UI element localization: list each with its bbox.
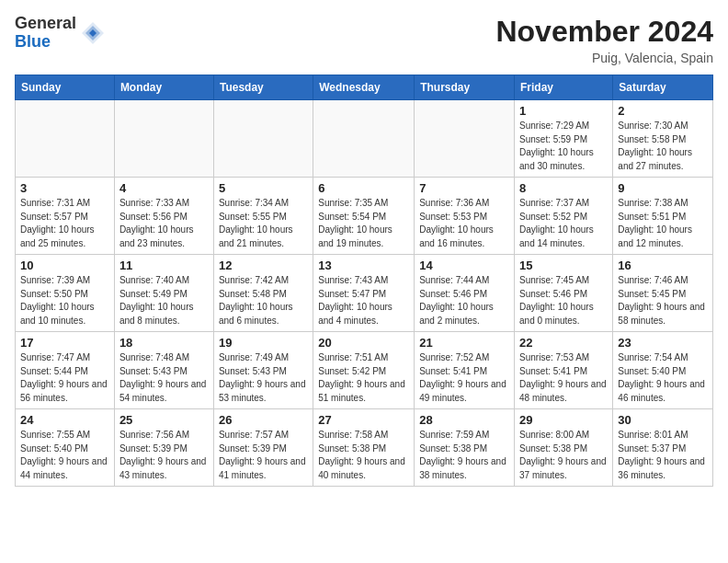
calendar-cell: 29Sunrise: 8:00 AMSunset: 5:38 PMDayligh… (515, 409, 613, 487)
day-number: 13 (318, 259, 409, 272)
day-number: 26 (219, 413, 308, 427)
calendar-cell: 24Sunrise: 7:55 AMSunset: 5:40 PMDayligh… (16, 409, 115, 487)
calendar-cell: 14Sunrise: 7:44 AMSunset: 5:46 PMDayligh… (415, 255, 515, 332)
day-number: 25 (119, 413, 209, 427)
logo-blue-text: Blue (15, 33, 76, 52)
day-header-wednesday: Wednesday (313, 75, 415, 100)
day-info: Sunrise: 7:58 AMSunset: 5:38 PMDaylight:… (318, 429, 409, 482)
day-info: Sunrise: 7:51 AMSunset: 5:42 PMDaylight:… (318, 351, 409, 405)
day-header-friday: Friday (515, 75, 613, 100)
day-header-saturday: Saturday (613, 75, 713, 100)
calendar-cell (415, 100, 515, 178)
day-info: Sunrise: 7:55 AMSunset: 5:40 PMDaylight:… (20, 429, 109, 482)
location: Puig, Valencia, Spain (495, 51, 713, 65)
day-info: Sunrise: 7:31 AMSunset: 5:57 PMDaylight:… (20, 197, 109, 250)
day-number: 10 (20, 259, 109, 272)
calendar-cell: 2Sunrise: 7:30 AMSunset: 5:58 PMDaylight… (613, 100, 713, 178)
calendar-cell: 25Sunrise: 7:56 AMSunset: 5:39 PMDayligh… (114, 409, 213, 487)
day-number: 30 (618, 413, 708, 427)
day-header-thursday: Thursday (415, 75, 515, 100)
day-info: Sunrise: 7:46 AMSunset: 5:45 PMDaylight:… (618, 274, 708, 327)
calendar-week-3: 10Sunrise: 7:39 AMSunset: 5:50 PMDayligh… (16, 255, 713, 332)
day-number: 23 (618, 336, 708, 350)
month-title: November 2024 (495, 15, 713, 49)
day-number: 14 (419, 259, 509, 272)
day-info: Sunrise: 7:57 AMSunset: 5:39 PMDaylight:… (219, 429, 308, 482)
day-info: Sunrise: 7:52 AMSunset: 5:41 PMDaylight:… (419, 351, 509, 405)
day-number: 29 (519, 413, 608, 427)
calendar-cell: 11Sunrise: 7:40 AMSunset: 5:49 PMDayligh… (114, 255, 213, 332)
calendar-table: SundayMondayTuesdayWednesdayThursdayFrid… (15, 75, 713, 487)
calendar-cell: 30Sunrise: 8:01 AMSunset: 5:37 PMDayligh… (613, 409, 713, 487)
day-info: Sunrise: 7:35 AMSunset: 5:54 PMDaylight:… (318, 197, 409, 250)
day-info: Sunrise: 7:49 AMSunset: 5:43 PMDaylight:… (219, 351, 308, 405)
day-number: 16 (618, 259, 708, 272)
calendar-header-row: SundayMondayTuesdayWednesdayThursdayFrid… (16, 75, 713, 100)
calendar-cell (114, 100, 213, 178)
calendar-cell: 5Sunrise: 7:34 AMSunset: 5:55 PMDaylight… (213, 178, 313, 255)
day-info: Sunrise: 7:54 AMSunset: 5:40 PMDaylight:… (618, 351, 708, 405)
calendar-cell: 20Sunrise: 7:51 AMSunset: 5:42 PMDayligh… (313, 332, 415, 409)
logo-icon (80, 20, 106, 46)
calendar-cell (213, 100, 313, 178)
calendar-cell: 7Sunrise: 7:36 AMSunset: 5:53 PMDaylight… (415, 178, 515, 255)
day-number: 18 (119, 336, 209, 350)
day-number: 5 (219, 181, 308, 195)
calendar-cell: 15Sunrise: 7:45 AMSunset: 5:46 PMDayligh… (515, 255, 613, 332)
day-info: Sunrise: 7:40 AMSunset: 5:49 PMDaylight:… (119, 274, 209, 327)
day-info: Sunrise: 7:47 AMSunset: 5:44 PMDaylight:… (20, 351, 109, 405)
day-number: 1 (519, 104, 608, 118)
day-info: Sunrise: 7:29 AMSunset: 5:59 PMDaylight:… (519, 120, 608, 173)
calendar-cell: 9Sunrise: 7:38 AMSunset: 5:51 PMDaylight… (613, 178, 713, 255)
calendar-cell (16, 100, 115, 178)
day-info: Sunrise: 7:59 AMSunset: 5:38 PMDaylight:… (419, 429, 509, 482)
day-number: 22 (519, 336, 608, 350)
calendar-week-5: 24Sunrise: 7:55 AMSunset: 5:40 PMDayligh… (16, 409, 713, 487)
calendar-cell: 8Sunrise: 7:37 AMSunset: 5:52 PMDaylight… (515, 178, 613, 255)
calendar-cell: 10Sunrise: 7:39 AMSunset: 5:50 PMDayligh… (16, 255, 115, 332)
day-number: 17 (20, 336, 109, 350)
calendar-week-4: 17Sunrise: 7:47 AMSunset: 5:44 PMDayligh… (16, 332, 713, 409)
calendar-week-1: 1Sunrise: 7:29 AMSunset: 5:59 PMDaylight… (16, 100, 713, 178)
day-number: 2 (618, 104, 708, 118)
calendar-week-2: 3Sunrise: 7:31 AMSunset: 5:57 PMDaylight… (16, 178, 713, 255)
day-number: 15 (519, 259, 608, 272)
day-info: Sunrise: 8:01 AMSunset: 5:37 PMDaylight:… (618, 429, 708, 482)
day-info: Sunrise: 7:37 AMSunset: 5:52 PMDaylight:… (519, 197, 608, 250)
calendar-cell: 6Sunrise: 7:35 AMSunset: 5:54 PMDaylight… (313, 178, 415, 255)
day-header-sunday: Sunday (16, 75, 115, 100)
day-info: Sunrise: 7:30 AMSunset: 5:58 PMDaylight:… (618, 120, 708, 173)
day-info: Sunrise: 7:42 AMSunset: 5:48 PMDaylight:… (219, 274, 308, 327)
day-info: Sunrise: 7:48 AMSunset: 5:43 PMDaylight:… (119, 351, 209, 405)
calendar-cell: 23Sunrise: 7:54 AMSunset: 5:40 PMDayligh… (613, 332, 713, 409)
day-info: Sunrise: 8:00 AMSunset: 5:38 PMDaylight:… (519, 429, 608, 482)
day-number: 3 (20, 181, 109, 195)
day-number: 19 (219, 336, 308, 350)
day-info: Sunrise: 7:56 AMSunset: 5:39 PMDaylight:… (119, 429, 209, 482)
calendar-cell: 27Sunrise: 7:58 AMSunset: 5:38 PMDayligh… (313, 409, 415, 487)
day-number: 8 (519, 181, 608, 195)
day-info: Sunrise: 7:44 AMSunset: 5:46 PMDaylight:… (419, 274, 509, 327)
day-number: 20 (318, 336, 409, 350)
day-info: Sunrise: 7:38 AMSunset: 5:51 PMDaylight:… (618, 197, 708, 250)
calendar-cell: 4Sunrise: 7:33 AMSunset: 5:56 PMDaylight… (114, 178, 213, 255)
calendar-cell: 16Sunrise: 7:46 AMSunset: 5:45 PMDayligh… (613, 255, 713, 332)
page-header: General Blue November 2024 Puig, Valenci… (15, 15, 713, 65)
calendar-cell: 12Sunrise: 7:42 AMSunset: 5:48 PMDayligh… (213, 255, 313, 332)
day-number: 4 (119, 181, 209, 195)
calendar-cell (313, 100, 415, 178)
day-info: Sunrise: 7:34 AMSunset: 5:55 PMDaylight:… (219, 197, 308, 250)
day-number: 9 (618, 181, 708, 195)
day-info: Sunrise: 7:53 AMSunset: 5:41 PMDaylight:… (519, 351, 608, 405)
calendar-cell: 21Sunrise: 7:52 AMSunset: 5:41 PMDayligh… (415, 332, 515, 409)
calendar-cell: 3Sunrise: 7:31 AMSunset: 5:57 PMDaylight… (16, 178, 115, 255)
day-number: 28 (419, 413, 509, 427)
logo: General Blue (15, 15, 106, 52)
calendar-cell: 28Sunrise: 7:59 AMSunset: 5:38 PMDayligh… (415, 409, 515, 487)
calendar-cell: 22Sunrise: 7:53 AMSunset: 5:41 PMDayligh… (515, 332, 613, 409)
calendar-cell: 1Sunrise: 7:29 AMSunset: 5:59 PMDaylight… (515, 100, 613, 178)
calendar-cell: 26Sunrise: 7:57 AMSunset: 5:39 PMDayligh… (213, 409, 313, 487)
day-number: 24 (20, 413, 109, 427)
day-number: 6 (318, 181, 409, 195)
day-number: 11 (119, 259, 209, 272)
